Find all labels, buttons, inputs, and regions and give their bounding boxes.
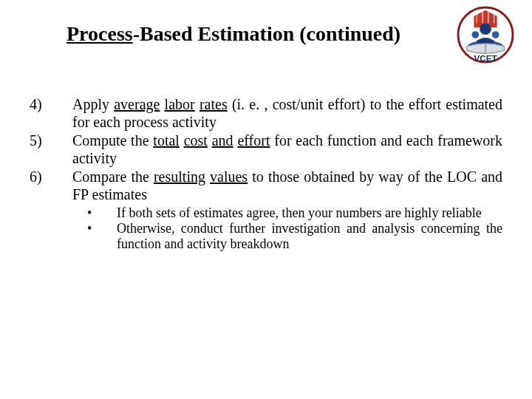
list-item: 5) Compute the total cost and effort for… [30, 132, 502, 167]
bullet-icon: • [87, 205, 117, 221]
title-underlined: Process [66, 22, 133, 45]
svg-point-6 [471, 31, 479, 38]
sub-list: • If both sets of estimates agree, then … [87, 205, 502, 253]
sub-item-text: Otherwise, conduct further investigation… [117, 221, 502, 252]
item-text: Apply average labor rates (i. e. , cost/… [72, 96, 502, 131]
vcet-logo-icon: VCET [457, 6, 514, 64]
item-text: Compute the total cost and effort for ea… [72, 132, 502, 167]
item-text: Compare the resulting values to those ob… [72, 168, 502, 203]
slide-title: Process-Based Estimation (continued) [66, 22, 400, 46]
slide: Process-Based Estimation (continued) VCE… [0, 0, 532, 399]
sub-item-text: If both sets of estimates agree, then yo… [117, 205, 502, 221]
content-area: 4) Apply average labor rates (i. e. , co… [30, 96, 502, 252]
title-rest: -Based Estimation (continued) [133, 22, 400, 45]
sub-list-item: • If both sets of estimates agree, then … [87, 205, 502, 221]
svg-point-7 [492, 31, 499, 38]
item-number: 6) [30, 168, 72, 203]
list-item: 6) Compare the resulting values to those… [30, 168, 502, 203]
sub-list-item: • Otherwise, conduct further investigati… [87, 221, 502, 252]
bullet-icon: • [87, 221, 117, 252]
logo-label: VCET [474, 53, 497, 63]
item-number: 5) [30, 132, 72, 167]
item-number: 4) [30, 96, 72, 131]
list-item: 4) Apply average labor rates (i. e. , co… [30, 96, 502, 131]
svg-point-5 [480, 23, 491, 35]
